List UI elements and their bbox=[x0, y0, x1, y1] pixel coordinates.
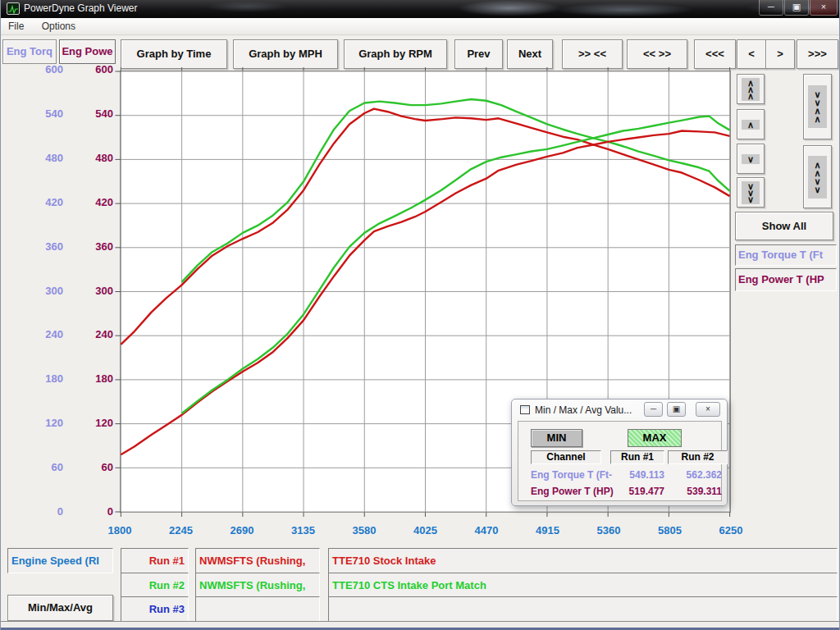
triple-chevron-down-icon: ∨ ∨ ∨ bbox=[742, 181, 760, 204]
torque-tick-label: 120 bbox=[1, 417, 63, 429]
torque-tick-label: 600 bbox=[1, 63, 63, 75]
column-header-run1: Run #1 bbox=[610, 450, 664, 464]
y-scroll-up-fast-button[interactable]: ∧ ∧ ∧ bbox=[737, 74, 765, 104]
torque-axis-labels: 060120180240300360420480540600 bbox=[1, 0, 63, 630]
run2-file-box[interactable]: NWMSFTS (Rushing, bbox=[195, 573, 320, 598]
menu-bar: File Options bbox=[1, 18, 840, 35]
minmax-content: MIN MAX Channel Run #1 Run #2 Eng Torque… bbox=[518, 421, 722, 501]
menu-file[interactable]: File bbox=[1, 18, 31, 34]
run3-file-box[interactable] bbox=[195, 596, 320, 622]
app-window: PowerDyne Graph Viewer ─ ▣ × File Option… bbox=[0, 0, 840, 630]
power-tick-label: 180 bbox=[66, 372, 113, 385]
torque-tick-label: 540 bbox=[1, 107, 63, 120]
run1-description-box[interactable]: TTE710 Stock Intake bbox=[328, 548, 838, 573]
y-expand-range-button[interactable]: ∧ ∧ ∨ ∨ bbox=[803, 145, 832, 208]
run2-description-box[interactable]: TTE710 CTS Intake Port Match bbox=[328, 573, 838, 598]
minmax-minimize-icon[interactable]: ─ bbox=[644, 402, 663, 417]
y-scroll-down-fast-button[interactable]: ∨ ∨ ∨ bbox=[737, 177, 765, 208]
next-button[interactable]: Next bbox=[507, 39, 553, 69]
rpm-tick-label: 3580 bbox=[353, 524, 377, 536]
rpm-tick-label: 2690 bbox=[231, 524, 254, 536]
zoom-in-x-button[interactable]: >> << bbox=[562, 39, 623, 69]
rpm-tick-label: 3135 bbox=[291, 524, 315, 536]
rpm-tick-label: 5360 bbox=[597, 524, 621, 536]
minimize-button-icon[interactable]: ─ bbox=[759, 0, 783, 16]
page-left-button[interactable]: <<< bbox=[694, 39, 736, 69]
minmax-row-power-run2: 539.311 bbox=[668, 486, 722, 497]
min-toggle-button[interactable]: MIN bbox=[531, 429, 582, 447]
restore-button-icon[interactable]: ▣ bbox=[784, 0, 809, 16]
torque-tick-label: 180 bbox=[1, 372, 63, 385]
minmaxavg-button[interactable]: Min/Max/Avg bbox=[7, 595, 113, 621]
torque-tick-label: 480 bbox=[1, 152, 63, 164]
torque-channel-box[interactable]: Eng Torque T (Ft bbox=[735, 244, 837, 266]
run3-label-box[interactable]: Run #3 bbox=[121, 596, 189, 622]
tab-eng-power[interactable]: Eng Powe bbox=[59, 39, 116, 64]
power-tick-label: 120 bbox=[66, 417, 113, 429]
prev-button[interactable]: Prev bbox=[454, 39, 503, 69]
minmax-close-icon[interactable]: × bbox=[696, 402, 720, 417]
power-axis-labels: 060120180240300360420480540600 bbox=[66, 0, 113, 630]
y-scroll-down-button[interactable]: ∨ bbox=[737, 144, 765, 174]
power-channel-box[interactable]: Eng Power T (HP bbox=[735, 268, 837, 291]
page-right-button[interactable]: >>> bbox=[797, 39, 838, 69]
graph-by-rpm-button[interactable]: Graph by RPM bbox=[344, 39, 447, 69]
chevrons-inward-icon: ∨ ∨ ∧ ∧ bbox=[808, 85, 826, 128]
menu-options[interactable]: Options bbox=[34, 18, 83, 34]
chevron-down-icon: ∨ bbox=[742, 154, 760, 164]
y-scroll-up-button[interactable]: ∧ bbox=[737, 109, 765, 139]
chevrons-outward-icon: ∧ ∧ ∨ ∨ bbox=[808, 156, 826, 199]
minmax-restore-icon[interactable]: ▣ bbox=[667, 402, 686, 417]
power-tick-label: 60 bbox=[66, 461, 113, 473]
column-header-channel: Channel bbox=[531, 450, 601, 464]
torque-tick-label: 60 bbox=[1, 461, 63, 473]
run3-description-box[interactable] bbox=[328, 596, 838, 622]
torque-tick-label: 240 bbox=[1, 328, 63, 340]
power-tick-label: 600 bbox=[66, 63, 113, 75]
max-toggle-button[interactable]: MAX bbox=[628, 429, 682, 447]
minmax-row-power-run1: 519.477 bbox=[610, 486, 664, 497]
rpm-tick-label: 2245 bbox=[169, 524, 193, 536]
torque-tick-label: 0 bbox=[1, 505, 63, 518]
minmax-row-torque-run2: 562.362 bbox=[668, 469, 722, 481]
close-button-icon[interactable]: × bbox=[810, 0, 838, 16]
power-tick-label: 0 bbox=[66, 505, 113, 518]
power-tick-label: 240 bbox=[66, 328, 113, 340]
run1-label-box[interactable]: Run #1 bbox=[121, 548, 189, 573]
window-title: PowerDyne Graph Viewer bbox=[24, 2, 138, 14]
rpm-tick-label: 5805 bbox=[658, 524, 682, 536]
minmax-row-torque-channel: Eng Torque T (Ft- bbox=[531, 469, 612, 481]
step-right-button[interactable]: > bbox=[765, 39, 795, 69]
power-tick-label: 300 bbox=[66, 285, 113, 297]
graph-by-time-button[interactable]: Graph by Time bbox=[121, 39, 227, 69]
run1-file-box[interactable]: NWMSFTS (Rushing, bbox=[195, 548, 320, 573]
zoom-out-x-button[interactable]: << >> bbox=[627, 39, 687, 69]
minmax-window-title: Min / Max / Avg Valu... bbox=[535, 404, 632, 416]
power-tick-label: 540 bbox=[66, 107, 113, 120]
run2-label-box[interactable]: Run #2 bbox=[121, 573, 189, 598]
title-bar[interactable]: PowerDyne Graph Viewer ─ ▣ × bbox=[1, 0, 840, 18]
x-channel-box[interactable]: Engine Speed (RI bbox=[7, 548, 113, 573]
power-tick-label: 360 bbox=[66, 240, 113, 253]
step-left-button[interactable]: < bbox=[737, 39, 766, 69]
minmax-row-torque-run1: 549.113 bbox=[610, 469, 664, 481]
column-header-run2: Run #2 bbox=[668, 450, 728, 464]
torque-tick-label: 420 bbox=[1, 196, 63, 208]
app-icon bbox=[7, 2, 20, 15]
minmax-values-window[interactable]: Min / Max / Avg Valu... ─ ▣ × MIN MAX Ch… bbox=[511, 399, 728, 506]
rpm-tick-label: 6250 bbox=[719, 524, 743, 536]
show-all-button[interactable]: Show All bbox=[735, 212, 833, 240]
series-run-2-eng-power-t-hp- bbox=[182, 116, 730, 413]
rpm-tick-label: 4470 bbox=[475, 524, 499, 536]
torque-tick-label: 360 bbox=[1, 240, 63, 253]
rpm-tick-label: 4025 bbox=[413, 524, 437, 536]
rpm-axis-labels: 1800224526903135358040254470491553605805… bbox=[120, 524, 731, 539]
power-tick-label: 480 bbox=[66, 152, 113, 164]
chevron-up-icon: ∧ bbox=[742, 120, 760, 130]
y-contract-range-button[interactable]: ∨ ∨ ∧ ∧ bbox=[803, 74, 832, 139]
minmax-window-icon bbox=[520, 405, 530, 414]
tab-eng-torque[interactable]: Eng Torq bbox=[2, 39, 57, 64]
triple-chevron-up-icon: ∧ ∧ ∧ bbox=[742, 78, 760, 101]
rpm-tick-label: 1800 bbox=[108, 524, 132, 536]
graph-by-mph-button[interactable]: Graph by MPH bbox=[233, 39, 338, 69]
